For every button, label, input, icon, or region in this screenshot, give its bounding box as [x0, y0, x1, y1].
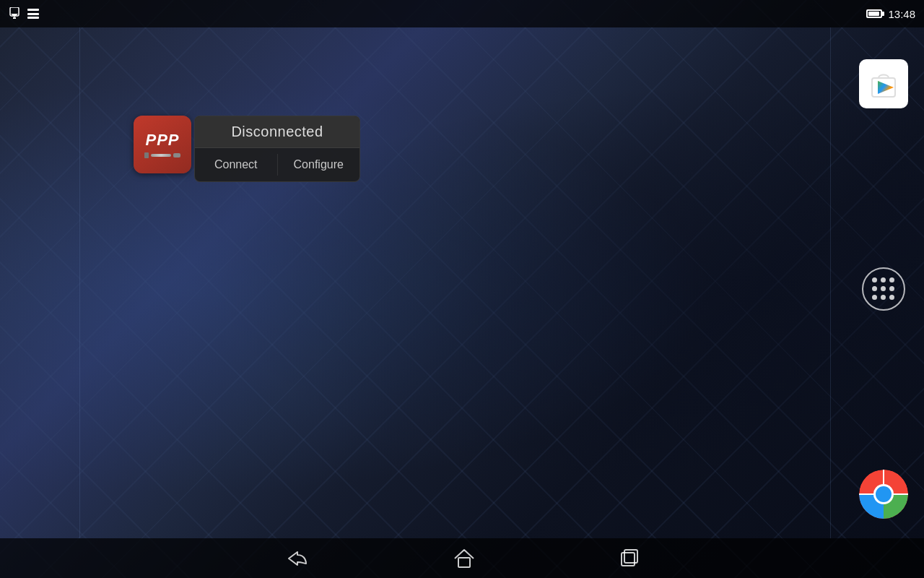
- status-bar-right: 13:48: [866, 8, 915, 20]
- decorative-line-left: [79, 27, 80, 538]
- nav-bar: [0, 538, 924, 578]
- recents-button[interactable]: [619, 549, 638, 568]
- svg-rect-2: [13, 17, 16, 19]
- back-button[interactable]: [286, 549, 309, 568]
- ppp-cable-graphic: [144, 152, 180, 158]
- status-bar: 13:48: [0, 0, 924, 27]
- svg-rect-13: [458, 558, 470, 567]
- play-store-icon: [859, 59, 908, 108]
- decorative-line-right: [830, 27, 831, 538]
- ppp-status-text: Disconnected: [231, 124, 323, 139]
- status-bar-left-icons: [9, 7, 39, 20]
- ppp-actions-bar: Connect Configure: [195, 148, 359, 181]
- svg-rect-14: [622, 553, 635, 566]
- ppp-connect-button[interactable]: Connect: [195, 154, 277, 176]
- status-bar-time: 13:48: [888, 8, 915, 20]
- chrome-app-icon[interactable]: [858, 468, 910, 520]
- ppp-widget-panel: Disconnected Connect Configure: [194, 116, 360, 182]
- svg-point-12: [876, 486, 892, 502]
- app-drawer-button[interactable]: [858, 263, 910, 315]
- ppp-widget: PPP Disconnected Connect Configure: [134, 116, 360, 182]
- play-store-app-icon[interactable]: [858, 58, 910, 110]
- ppp-status-area: Disconnected: [195, 116, 359, 148]
- ppp-app-label: PPP: [145, 131, 179, 150]
- ppp-app-icon[interactable]: PPP: [134, 116, 191, 173]
- home-button[interactable]: [453, 548, 475, 569]
- ppp-configure-button[interactable]: Configure: [278, 154, 360, 176]
- menu-icon: [27, 9, 39, 19]
- app-drawer-icon: [862, 267, 905, 311]
- notification-icon: [9, 7, 20, 20]
- chrome-icon: [859, 470, 908, 519]
- sidebar-right: [858, 40, 910, 538]
- dots-grid: [872, 277, 895, 301]
- svg-rect-15: [624, 550, 637, 563]
- wallpaper: [0, 0, 924, 578]
- battery-icon: [866, 9, 882, 18]
